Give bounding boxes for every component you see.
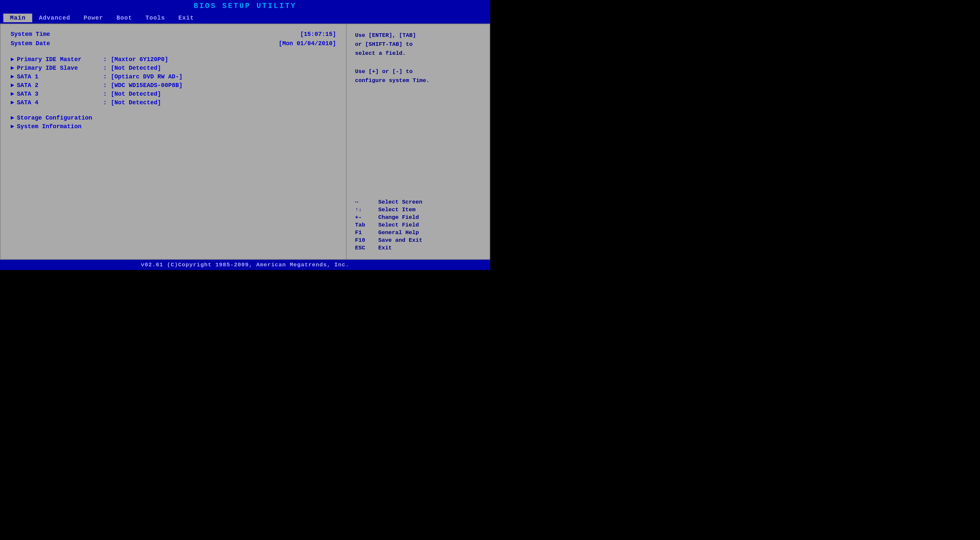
action-select-screen: Select Screen xyxy=(378,199,422,205)
device-row-4[interactable]: ► SATA 3 : [Not Detected] xyxy=(11,91,336,97)
device-label-2: SATA 1 xyxy=(17,73,103,80)
device-label-0: Primary IDE Master xyxy=(17,56,103,63)
key-esc: ESC xyxy=(355,245,378,251)
system-date-label: System Date xyxy=(11,40,50,47)
section-arrow-0: ► xyxy=(11,115,14,121)
key-arrows-lr: ↔ xyxy=(355,199,378,205)
help-text: Use [ENTER], [TAB] or [SHIFT-TAB] to sel… xyxy=(355,31,481,85)
keybindings: ↔ Select Screen ↑↓ Select Item +- Change… xyxy=(355,199,481,252)
device-value-3: [WDC WD15EADS-00P8B] xyxy=(111,82,183,89)
menu-item-tools[interactable]: Tools xyxy=(139,14,172,22)
system-date-row: System Date [Mon 01/04/2010] xyxy=(11,40,336,47)
title-bar: BIOS SETUP UTILITY xyxy=(0,0,490,12)
arrow-icon-0: ► xyxy=(11,56,14,63)
action-select-field: Select Field xyxy=(378,222,419,228)
device-label-4: SATA 3 xyxy=(17,91,103,97)
menu-item-advanced[interactable]: Advanced xyxy=(32,14,77,22)
device-value-4: [Not Detected] xyxy=(111,91,161,97)
device-colon-1: : xyxy=(103,65,107,72)
menu-item-main[interactable]: Main xyxy=(3,14,32,22)
device-label-3: SATA 2 xyxy=(17,82,103,89)
device-value-1: [Not Detected] xyxy=(111,65,161,72)
footer-text: v02.61 (C)Copyright 1985-2009, American … xyxy=(141,262,349,268)
keybind-change-field: +- Change Field xyxy=(355,214,481,220)
device-label-1: Primary IDE Slave xyxy=(17,65,103,72)
menu-item-power[interactable]: Power xyxy=(77,14,110,22)
footer: v02.61 (C)Copyright 1985-2009, American … xyxy=(0,260,490,270)
arrow-icon-1: ► xyxy=(11,65,14,72)
device-row-5[interactable]: ► SATA 4 : [Not Detected] xyxy=(11,99,336,106)
device-value-5: [Not Detected] xyxy=(111,99,161,106)
device-colon-5: : xyxy=(103,99,107,106)
keybind-general-help: F1 General Help xyxy=(355,229,481,236)
arrow-icon-4: ► xyxy=(11,91,14,97)
bios-screen: BIOS SETUP UTILITY MainAdvancedPowerBoot… xyxy=(0,0,490,270)
arrow-icon-5: ► xyxy=(11,99,14,106)
key-plus-minus: +- xyxy=(355,214,378,220)
device-row-2[interactable]: ► SATA 1 : [Optiarc DVD RW AD-] xyxy=(11,73,336,80)
device-row-3[interactable]: ► SATA 2 : [WDC WD15EADS-00P8B] xyxy=(11,82,336,89)
action-save-exit: Save and Exit xyxy=(378,237,422,244)
left-panel: System Time [15:07:15] System Date [Mon … xyxy=(1,24,347,259)
system-time-value[interactable]: [15:07:15] xyxy=(300,31,336,38)
device-colon-3: : xyxy=(103,82,107,89)
section-label-0: Storage Configuration xyxy=(17,115,103,121)
key-arrows-ud: ↑↓ xyxy=(355,207,378,213)
device-colon-2: : xyxy=(103,73,107,80)
keybind-select-field: Tab Select Field xyxy=(355,222,481,228)
main-content: System Time [15:07:15] System Date [Mon … xyxy=(0,24,490,260)
keybind-select-item: ↑↓ Select Item xyxy=(355,207,481,213)
menu-item-boot[interactable]: Boot xyxy=(110,14,139,22)
device-colon-0: : xyxy=(103,56,107,63)
right-panel: Use [ENTER], [TAB] or [SHIFT-TAB] to sel… xyxy=(347,24,490,259)
menu-item-exit[interactable]: Exit xyxy=(172,14,200,22)
section-item-1[interactable]: ► System Information xyxy=(11,123,336,130)
arrow-icon-3: ► xyxy=(11,82,14,89)
keybind-select-screen: ↔ Select Screen xyxy=(355,199,481,205)
system-time-label: System Time xyxy=(11,31,50,38)
device-row-1[interactable]: ► Primary IDE Slave : [Not Detected] xyxy=(11,65,336,72)
key-tab: Tab xyxy=(355,222,378,228)
divider-2 xyxy=(11,108,336,115)
system-date-value[interactable]: [Mon 01/04/2010] xyxy=(278,40,336,47)
system-time-row: System Time [15:07:15] xyxy=(11,31,336,38)
keybind-save-exit: F10 Save and Exit xyxy=(355,237,481,244)
keybind-esc: ESC Exit xyxy=(355,245,481,251)
device-colon-4: : xyxy=(103,91,107,97)
action-change-field: Change Field xyxy=(378,214,419,220)
section-item-0[interactable]: ► Storage Configuration xyxy=(11,115,336,121)
menu-bar: MainAdvancedPowerBootToolsExit xyxy=(0,12,490,24)
action-general-help: General Help xyxy=(378,229,419,236)
device-value-2: [Optiarc DVD RW AD-] xyxy=(111,73,183,80)
arrow-icon-2: ► xyxy=(11,73,14,80)
device-value-0: [Maxtor 6Y120P0] xyxy=(111,56,169,63)
action-esc: Exit xyxy=(378,245,392,251)
device-label-5: SATA 4 xyxy=(17,99,103,106)
device-row-0[interactable]: ► Primary IDE Master : [Maxtor 6Y120P0] xyxy=(11,56,336,63)
section-arrow-1: ► xyxy=(11,123,14,130)
key-f10: F10 xyxy=(355,237,378,244)
action-select-item: Select Item xyxy=(378,207,415,213)
section-label-1: System Information xyxy=(17,123,103,130)
key-f1: F1 xyxy=(355,229,378,236)
title-text: BIOS SETUP UTILITY xyxy=(194,2,297,10)
divider-1 xyxy=(11,49,336,56)
